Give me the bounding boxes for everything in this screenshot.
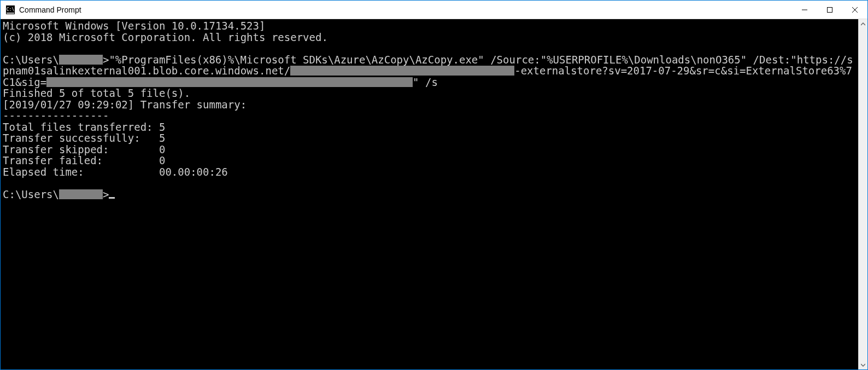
window-title: Command Prompt — [19, 5, 81, 14]
redacted-username-2 — [59, 189, 103, 199]
maximize-icon — [827, 7, 832, 13]
out-skipped: Transfer skipped: 0 — [3, 143, 165, 155]
prompt-prefix-1: C:\Users\ — [3, 54, 59, 66]
command-part3: " /s — [413, 76, 438, 88]
scroll-down-button[interactable] — [859, 360, 868, 369]
titlebar[interactable]: C:\ Command Prompt — [1, 1, 867, 19]
prompt-gt-1: > — [103, 54, 109, 66]
vertical-scrollbar[interactable] — [858, 19, 867, 369]
minimize-button[interactable] — [792, 1, 817, 19]
line-version: Microsoft Windows [Version 10.0.17134.52… — [3, 20, 265, 32]
command-prompt-window: C:\ Command Prompt Microsoft Windows [Ve… — [0, 0, 868, 370]
close-button[interactable] — [842, 1, 867, 19]
close-icon — [852, 7, 858, 13]
terminal-output[interactable]: Microsoft Windows [Version 10.0.17134.52… — [1, 19, 858, 369]
text-cursor — [109, 197, 115, 199]
redacted-container — [290, 66, 514, 76]
chevron-up-icon — [861, 22, 865, 26]
line-copyright: (c) 2018 Microsoft Corporation. All righ… — [3, 31, 328, 43]
chevron-down-icon — [861, 363, 865, 367]
scroll-up-button[interactable] — [859, 19, 868, 28]
out-summary-header: [2019/01/27 09:29:02] Transfer summary: — [3, 99, 247, 111]
svg-rect-0 — [828, 7, 832, 12]
redacted-sig — [46, 77, 413, 87]
prompt-gt-2: > — [103, 188, 109, 200]
app-icon: C:\ — [6, 5, 15, 14]
out-failed: Transfer failed: 0 — [3, 154, 165, 166]
out-total: Total files transferred: 5 — [3, 121, 165, 133]
redacted-username-1 — [59, 55, 103, 65]
out-elapsed: Elapsed time: 00.00:00:26 — [3, 166, 228, 178]
out-separator: ----------------- — [3, 109, 109, 122]
prompt-prefix-2: C:\Users\ — [3, 188, 59, 200]
out-finished: Finished 5 of total 5 file(s). — [3, 87, 190, 99]
minimize-icon — [802, 7, 807, 13]
out-success: Transfer successfully: 5 — [3, 132, 165, 144]
maximize-button[interactable] — [817, 1, 842, 19]
window-body: Microsoft Windows [Version 10.0.17134.52… — [1, 19, 867, 369]
